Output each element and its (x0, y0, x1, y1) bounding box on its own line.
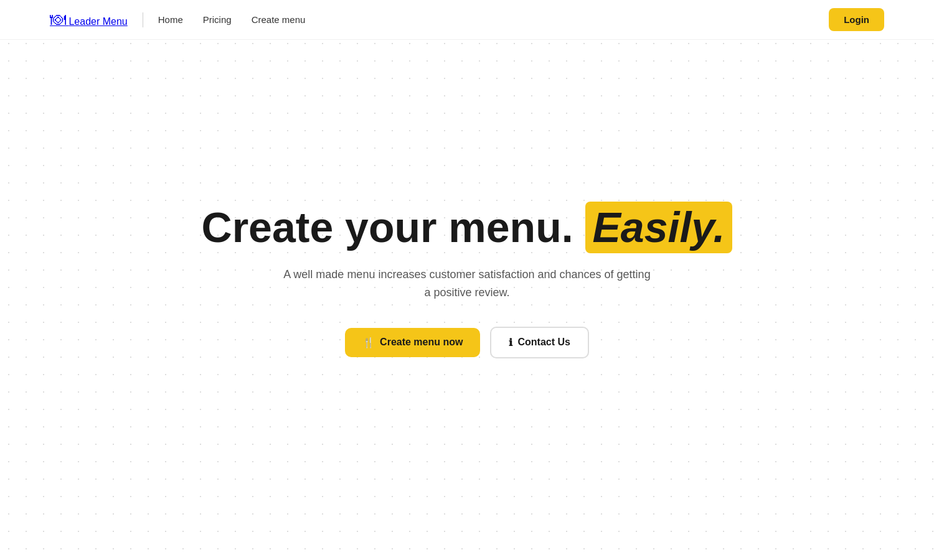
nav-divider (143, 12, 143, 27)
login-button[interactable]: Login (829, 8, 884, 31)
nav-links: Home Pricing Create menu (158, 14, 829, 25)
logo-text: Leader Menu (68, 16, 127, 27)
contact-us-label: Contact Us (517, 337, 570, 348)
nav-link-home[interactable]: Home (158, 14, 183, 25)
hero-title-highlight: Easily. (585, 202, 733, 253)
create-menu-icon: 🍴 (362, 337, 375, 348)
hero-section: Create your menu. Easily. A well made me… (0, 0, 934, 560)
logo-icon: 🍽 (50, 10, 66, 29)
hero-title: Create your menu. Easily. (202, 202, 733, 253)
hero-title-main: Create your menu. (202, 203, 573, 251)
contact-us-icon: ℹ (509, 337, 512, 348)
contact-us-button[interactable]: ℹ Contact Us (490, 327, 588, 358)
hero-buttons: 🍴 Create menu now ℹ Contact Us (345, 327, 589, 358)
hero-subtitle: A well made menu increases customer sati… (280, 266, 654, 302)
navbar: 🍽 Leader Menu Home Pricing Create menu L… (0, 0, 934, 40)
nav-link-pricing[interactable]: Pricing (203, 14, 232, 25)
nav-link-create-menu[interactable]: Create menu (252, 14, 306, 25)
create-menu-label: Create menu now (380, 337, 463, 348)
nav-logo[interactable]: 🍽 Leader Menu (50, 10, 128, 29)
create-menu-now-button[interactable]: 🍴 Create menu now (345, 328, 480, 357)
